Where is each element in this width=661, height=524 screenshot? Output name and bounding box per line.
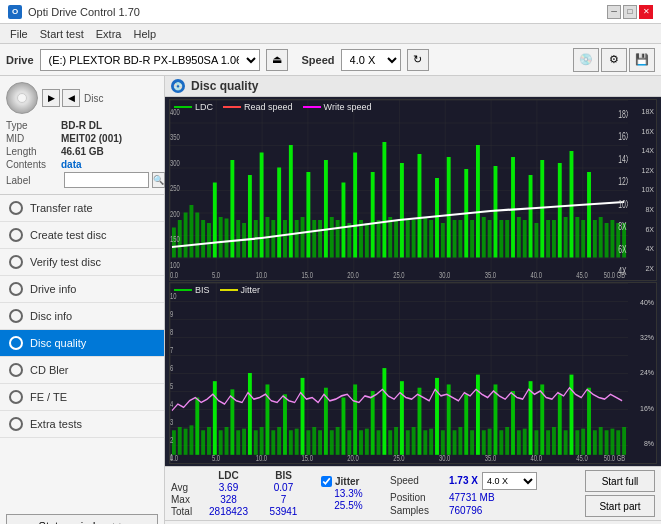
svg-rect-163 [494,384,498,454]
svg-rect-64 [534,223,538,258]
svg-rect-62 [523,220,527,258]
svg-rect-125 [271,430,275,455]
svg-rect-68 [558,163,562,258]
jitter-avg-row: 13.3% [321,488,376,499]
svg-rect-40 [394,220,398,258]
eject-button[interactable]: ⏏ [266,49,288,71]
title-bar-left: O Opti Drive Control 1.70 [8,5,140,19]
speed-text-label: Speed [390,475,445,486]
save-button[interactable]: 💾 [629,48,655,72]
total-bis: 53941 [256,506,311,517]
svg-text:6X: 6X [618,244,626,256]
svg-rect-4 [184,213,188,258]
svg-rect-161 [482,430,486,455]
svg-rect-164 [499,430,503,455]
svg-text:20.0: 20.0 [347,453,359,463]
settings-button[interactable]: ⚙ [601,48,627,72]
svg-text:5.0: 5.0 [212,270,220,280]
svg-text:5.0: 5.0 [212,453,220,463]
svg-rect-168 [523,429,527,455]
svg-rect-53 [470,220,474,258]
svg-text:15.0: 15.0 [302,270,313,280]
menu-extra[interactable]: Extra [90,27,128,41]
total-label: Total [171,506,201,517]
svg-rect-12 [230,160,234,258]
svg-rect-31 [342,183,346,258]
svg-text:250: 250 [170,183,180,194]
svg-text:10.0: 10.0 [256,453,268,463]
speed-select[interactable]: 4.0 X [341,49,401,71]
svg-text:3: 3 [170,417,174,428]
label-browse-btn[interactable]: 🔍 [152,172,165,188]
svg-rect-150 [418,388,422,455]
svg-rect-110 [184,429,188,455]
close-button[interactable]: ✕ [639,5,653,19]
svg-text:7: 7 [170,345,174,356]
svg-rect-166 [511,391,515,455]
svg-text:16X: 16X [618,131,628,143]
minimize-button[interactable]: ─ [607,5,621,19]
disc-action-btn1[interactable]: ▶ [42,89,60,107]
sidebar-item-disc-info[interactable]: Disc info [0,303,164,330]
svg-rect-119 [236,430,240,455]
svg-rect-21 [283,220,287,258]
svg-rect-152 [429,429,433,455]
svg-rect-59 [505,220,509,258]
disc-action-btn2[interactable]: ◀ [62,89,80,107]
sidebar-item-verify-test-disc[interactable]: Verify test disc [0,249,164,276]
max-label: Max [171,494,201,505]
svg-rect-42 [406,220,410,258]
svg-rect-170 [534,430,538,455]
start-part-button[interactable]: Start part [585,495,655,517]
y1-16x: 16X [628,128,656,135]
stats-header-row: LDC BIS [171,470,311,481]
sidebar-item-drive-info[interactable]: Drive info [0,276,164,303]
status-window-button[interactable]: Status window >> [6,514,158,524]
speed-select[interactable]: 4.0 X [482,472,537,490]
svg-rect-174 [558,394,562,455]
disc-quality-icon [8,335,24,351]
menu-help[interactable]: Help [127,27,162,41]
svg-rect-143 [377,430,381,455]
y2-24pct: 24% [628,369,656,376]
svg-rect-8 [207,223,211,258]
sidebar-item-disc-quality[interactable]: Disc quality [0,330,164,357]
refresh-button[interactable]: ↻ [407,49,429,71]
title-bar: O Opti Drive Control 1.70 ─ □ ✕ [0,0,661,24]
cd-bler-icon [8,362,24,378]
sidebar-item-cd-bler[interactable]: CD Bler [0,357,164,384]
drive-select[interactable]: (E:) PLEXTOR BD-R PX-LB950SA 1.06 [40,49,260,71]
disc-icon-btn[interactable]: 💿 [573,48,599,72]
disc-contents-row: Contents data [6,159,158,170]
maximize-button[interactable]: □ [623,5,637,19]
menu-start-test[interactable]: Start test [34,27,90,41]
transfer-rate-label: Transfer rate [30,202,93,214]
menu-file[interactable]: File [4,27,34,41]
samples-value: 760796 [449,505,482,516]
avg-jitter: 13.3% [321,488,376,499]
svg-rect-162 [488,429,492,455]
sidebar-item-create-test-disc[interactable]: Create test disc [0,222,164,249]
contents-value[interactable]: data [61,159,82,170]
sidebar-item-transfer-rate[interactable]: Transfer rate [0,195,164,222]
disc-quality-title: Disc quality [191,79,258,93]
speed-value: 1.73 X [449,475,478,486]
start-full-button[interactable]: Start full [585,470,655,492]
samples-row: Samples 760796 [390,505,537,516]
svg-rect-60 [511,157,515,258]
svg-text:150: 150 [170,234,180,245]
label-input[interactable] [64,172,149,188]
disc-length-row: Length 46.61 GB [6,146,158,157]
drive-info-label: Drive info [30,283,76,295]
svg-rect-182 [605,430,609,455]
svg-rect-127 [283,394,287,455]
svg-rect-71 [575,217,579,258]
svg-rect-111 [189,425,193,454]
sidebar-item-fe-te[interactable]: FE / TE [0,384,164,411]
svg-text:25.0: 25.0 [393,270,404,280]
svg-rect-27 [318,220,322,258]
svg-rect-56 [488,220,492,258]
svg-rect-13 [236,220,240,258]
sidebar-item-extra-tests[interactable]: Extra tests [0,411,164,438]
jitter-checkbox[interactable] [321,476,332,487]
